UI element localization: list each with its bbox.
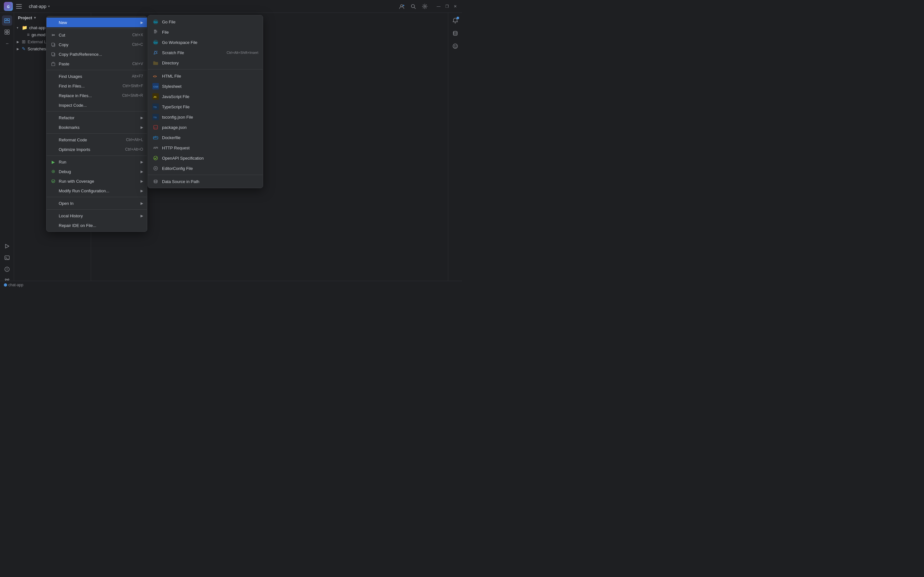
settings-button[interactable] [420, 2, 429, 11]
svg-rect-29 [53, 62, 54, 63]
submenu-item-go-file[interactable]: Go Go File [148, 17, 263, 27]
sidebar-item-plugins[interactable] [2, 27, 12, 37]
add-profile-button[interactable] [397, 2, 406, 11]
submenu-item-javascript[interactable]: JS JavaScript File [148, 91, 263, 102]
menu-item-repair-ide[interactable]: Repair IDE on File... [47, 221, 147, 230]
submenu-item-typescript[interactable]: TS TypeScript File [148, 102, 263, 112]
go-file-icon: Go [152, 19, 159, 25]
minimize-button[interactable]: — [436, 3, 441, 9]
menu-item-refactor[interactable]: Refactor ▶ [47, 113, 147, 122]
folder-icon: 📁 [22, 25, 27, 30]
window-controls: — ❐ ✕ [436, 3, 458, 9]
expand-arrow: ▾ [17, 26, 21, 29]
menu-item-paste[interactable]: Paste Ctrl+V [47, 59, 147, 69]
menu-item-new[interactable]: New ▶ [47, 18, 147, 27]
menu-item-replace-in-files[interactable]: Replace in Files... Ctrl+Shift+R [47, 91, 147, 100]
icon-sidebar: ··· [0, 13, 14, 288]
titlebar-actions: — ❐ ✕ [397, 2, 458, 11]
directory-icon [152, 60, 159, 66]
hamburger-menu[interactable] [16, 2, 25, 11]
menu-divider-6 [47, 197, 147, 197]
menu-item-optimize-imports[interactable]: Optimize Imports Ctrl+Alt+O [47, 145, 147, 154]
menu-item-run[interactable]: ▶ Run ▶ [47, 157, 147, 167]
submenu-item-package-json[interactable]: { } package.json [148, 122, 263, 132]
svg-text:G: G [7, 5, 10, 9]
submenu-item-datasource[interactable]: Data Source in Path [148, 176, 263, 187]
menu-item-modify-run[interactable]: Modify Run Configuration... ▶ [47, 186, 147, 195]
svg-text:Go: Go [153, 21, 158, 24]
svg-rect-10 [7, 19, 10, 20]
svg-point-32 [52, 179, 55, 183]
submenu-item-editorconfig[interactable]: EditorConfig File [148, 163, 263, 173]
svg-rect-13 [5, 32, 7, 34]
svg-rect-27 [52, 53, 54, 55]
submenu-item-directory[interactable]: Directory [148, 58, 263, 68]
menu-item-reformat-code[interactable]: Reformat Code Ctrl+Alt+L [47, 135, 147, 145]
svg-point-55 [153, 166, 158, 170]
menu-item-open-in[interactable]: Open In ▶ [47, 198, 147, 208]
submenu-item-http-request[interactable]: API HTTP Request [148, 143, 263, 153]
cut-icon: ✂ [50, 32, 56, 38]
submenu-arrow-8: ▶ [141, 201, 143, 205]
terminal-icon[interactable] [2, 253, 12, 263]
expand-arrow: ▶ [17, 47, 21, 51]
run-menu-icon: ▶ [50, 159, 56, 165]
menu-item-copy[interactable]: Copy Ctrl+C [47, 40, 147, 49]
notification-button[interactable] [450, 15, 460, 26]
modify-run-icon [50, 188, 56, 193]
menu-divider-3 [47, 111, 147, 111]
menu-item-cut[interactable]: ✂ Cut Ctrl+X [47, 30, 147, 40]
close-button[interactable]: ✕ [452, 3, 458, 9]
dockerfile-icon [152, 134, 159, 141]
svg-rect-16 [5, 256, 9, 259]
debug-menu-icon [50, 169, 56, 174]
submenu-item-dockerfile[interactable]: Dockerfile [148, 132, 263, 143]
svg-point-20 [7, 270, 7, 271]
submenu-item-tsconfig[interactable]: TS tsconfig.json File [148, 112, 263, 122]
status-project[interactable]: chat-app [4, 283, 23, 287]
menu-item-local-history[interactable]: Local History ▶ [47, 211, 147, 221]
submenu-arrow-6: ▶ [141, 179, 143, 183]
submenu-item-html[interactable]: <> HTML File [148, 71, 263, 81]
menu-item-debug[interactable]: Debug ▶ [47, 167, 147, 176]
submenu-item-scratch[interactable]: Scratch File Ctrl+Alt+Shift+Insert [148, 47, 263, 58]
svg-rect-35 [154, 30, 156, 31]
submenu-item-openapi[interactable]: OpenAPI Specification [148, 153, 263, 163]
sidebar-item-project[interactable] [2, 15, 12, 26]
menu-divider-5 [47, 155, 147, 156]
submenu-item-go-workspace[interactable]: Go Go Workspace File [148, 37, 263, 47]
svg-point-57 [154, 180, 157, 181]
submenu-arrow-4: ▶ [141, 160, 143, 164]
database-button[interactable] [450, 28, 460, 39]
svg-point-54 [153, 156, 158, 160]
copy-icon [50, 42, 56, 47]
submenu-arrow-3: ▶ [141, 125, 143, 129]
inspect-icon [50, 102, 56, 108]
menu-item-bookmarks[interactable]: Bookmarks ▶ [47, 122, 147, 132]
context-menu: New ▶ ✂ Cut Ctrl+X Copy Ctrl+C [46, 16, 147, 232]
menu-item-find-in-files[interactable]: Find in Files... Ctrl+Shift+F [47, 81, 147, 91]
menu-item-find-usages[interactable]: Find Usages Alt+F7 [47, 71, 147, 81]
problems-icon[interactable] [2, 264, 12, 274]
submenu-item-file[interactable]: File [148, 27, 263, 37]
menu-item-copy-path[interactable]: Copy Path/Reference... [47, 49, 147, 59]
svg-rect-52 [156, 137, 157, 138]
svg-rect-51 [155, 137, 156, 138]
package-json-icon: { } [152, 124, 159, 131]
paste-icon [50, 61, 56, 67]
menu-item-inspect-code[interactable]: Inspect Code... [47, 100, 147, 110]
submenu-arrow-5: ▶ [141, 169, 143, 174]
svg-rect-12 [7, 30, 9, 32]
copy-path-icon [50, 51, 56, 57]
svg-marker-15 [5, 244, 9, 248]
maximize-button[interactable]: ❐ [444, 3, 450, 9]
svg-point-31 [53, 171, 54, 172]
sidebar-item-more[interactable]: ··· [2, 39, 12, 49]
search-button[interactable] [409, 2, 418, 11]
run-icon[interactable] [2, 241, 12, 251]
submenu-divider-2 [148, 175, 263, 175]
project-name[interactable]: chat-app ▾ [29, 4, 50, 9]
submenu-item-stylesheet[interactable]: CSS Stylesheet [148, 81, 263, 91]
menu-item-run-coverage[interactable]: Run with Coverage ▶ [47, 176, 147, 186]
copilot-button[interactable] [450, 41, 460, 51]
